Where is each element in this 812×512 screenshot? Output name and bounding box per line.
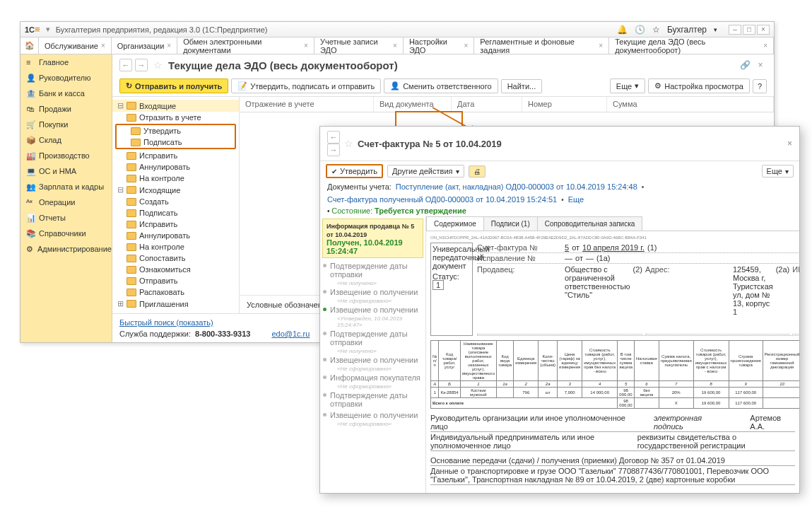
doc-tree-status: «Не сформировано» — [320, 366, 425, 372]
doc-tree-item[interactable]: Подтверждение даты отправки — [320, 260, 425, 280]
tree-outgoing[interactable]: ⊟Исходящие — [112, 184, 239, 196]
maximize-button[interactable]: □ — [743, 25, 755, 35]
link-icon[interactable]: 🔗 — [739, 59, 751, 71]
sidebar-item[interactable]: ⚙Администрирование — [20, 241, 112, 257]
minimize-button[interactable]: – — [729, 25, 741, 35]
back-button[interactable]: ← — [327, 131, 340, 144]
close-icon[interactable]: × — [101, 42, 105, 50]
close-icon[interactable]: × — [304, 42, 308, 50]
grid-col[interactable]: Дата — [452, 97, 522, 112]
grid-col[interactable]: Отражение в учете — [240, 97, 374, 112]
doc-tree-item[interactable]: Подтверждение даты отправки — [320, 328, 425, 348]
tab-4[interactable]: Учетные записи ЭДО× — [314, 37, 404, 54]
forward-button[interactable]: → — [135, 59, 148, 71]
clock-icon[interactable]: 🕓 — [635, 25, 645, 35]
tree-item[interactable]: Отправить — [112, 275, 239, 286]
print-button[interactable]: 🖨 — [469, 165, 486, 178]
sidebar-item[interactable]: 🛍Продажи — [20, 101, 112, 117]
tree-item[interactable]: Сопоставить — [112, 252, 239, 264]
favorite-icon[interactable]: ☆ — [153, 59, 163, 71]
sidebar-item[interactable]: 🛒Покупки — [20, 117, 112, 132]
user-label[interactable]: Бухгалтер — [667, 25, 707, 35]
doc-more-link[interactable]: Еще — [568, 195, 584, 204]
doc-tab-note[interactable]: Сопроводительная записка — [537, 216, 643, 231]
tab-3[interactable]: Обмен электронными документами× — [177, 37, 314, 54]
favorite-icon[interactable]: ☆ — [344, 138, 353, 149]
more-button[interactable]: Еще ▾ — [762, 165, 794, 178]
sidebar-item[interactable]: 🏭Производство — [20, 148, 112, 163]
close-icon[interactable]: × — [599, 42, 603, 50]
other-actions-button[interactable]: Другие действия ▾ — [387, 165, 464, 178]
close-icon[interactable]: × — [393, 42, 397, 50]
close-icon[interactable]: × — [787, 139, 792, 149]
doc-tree-item[interactable]: Подтверждение даты отправки — [320, 390, 425, 409]
doc-link-2[interactable]: Счет-фактура полученный ОД00-000003 от 1… — [327, 195, 557, 204]
tree-item-sign[interactable]: Подписать — [117, 136, 235, 148]
grid-col[interactable]: Номер — [522, 97, 607, 112]
tree-item[interactable]: Подписать — [112, 207, 239, 219]
tree-item[interactable]: Исправить — [112, 150, 239, 161]
send-receive-button[interactable]: ↻ Отправить и получить — [119, 78, 228, 93]
tree-incoming[interactable]: ⊟Входящие — [112, 100, 239, 112]
tree-item[interactable]: Аннулировать — [112, 230, 239, 241]
sidebar-item[interactable]: 💻ОС и НМА — [20, 163, 112, 179]
sidebar-item[interactable]: 📦Склад — [20, 132, 112, 148]
tab-2[interactable]: Организации× — [112, 37, 177, 54]
tree-item[interactable]: ⊞Приглашения — [112, 298, 239, 310]
doc-tree-item[interactable]: Извещение о получении — [320, 286, 425, 298]
help-button[interactable]: ? — [753, 79, 767, 93]
sidebar-item[interactable]: 📊Отчеты — [20, 210, 112, 226]
support-email[interactable]: edo@1c.ru — [271, 330, 310, 338]
tree-item[interactable]: Отразить в учете — [112, 112, 239, 123]
star-icon[interactable]: ☆ — [652, 25, 660, 35]
more-button[interactable]: Еще ▾ — [610, 78, 645, 93]
doc-view[interactable]: ON_NSCHFDOPPR_2AL-41A32067-BC0A-4B38-A45… — [426, 231, 799, 493]
sidebar-item[interactable]: AкОперации — [20, 194, 112, 210]
sidebar-item[interactable]: 👥Зарплата и кадры — [20, 179, 112, 194]
forward-button[interactable]: → — [327, 144, 340, 156]
change-responsible-button[interactable]: 👤 Сменить ответственного — [384, 78, 498, 93]
approve-button[interactable]: ✔ Утвердить — [326, 164, 383, 178]
tree-item[interactable]: Ознакомиться — [112, 264, 239, 275]
close-page-icon[interactable]: × — [754, 59, 767, 71]
close-icon[interactable]: × — [763, 42, 767, 50]
tab-5[interactable]: Настройки ЭДО× — [404, 37, 474, 54]
tree-item[interactable]: На контроле — [112, 241, 239, 252]
doc-tree-item[interactable]: Информация покупателя — [320, 372, 425, 383]
back-button[interactable]: ← — [119, 59, 132, 71]
close-button[interactable]: × — [757, 25, 770, 35]
menu-icon[interactable]: ▾ — [46, 25, 50, 34]
tree-item[interactable]: Аннулировать — [112, 161, 239, 173]
doc-tree-item[interactable]: Извещение о получении — [320, 304, 425, 315]
tab-6[interactable]: Регламентные и фоновые задания× — [474, 37, 609, 54]
sidebar-item[interactable]: ≡Главное — [20, 54, 112, 70]
close-icon[interactable]: × — [464, 42, 468, 50]
doc-tree-item[interactable]: Извещение о получении — [320, 409, 425, 421]
tab-7[interactable]: Текущие дела ЭДО (весь документооборот)× — [609, 37, 774, 54]
close-icon[interactable]: × — [167, 42, 171, 50]
doc-tab-content[interactable]: Содержимое — [426, 216, 484, 231]
doc-tab-signatures[interactable]: Подписи (1) — [483, 216, 538, 231]
tree-item[interactable]: Исправить — [112, 219, 239, 230]
doc-tree-item[interactable]: Извещение о получении — [320, 354, 425, 366]
view-settings-button[interactable]: ⚙ Настройка просмотра — [648, 78, 750, 93]
tree-item[interactable]: На контроле — [112, 173, 239, 184]
chart-icon: 📊 — [26, 214, 35, 222]
doc-link-1[interactable]: Поступление (акт, накладная) ОД00-000003… — [396, 182, 637, 191]
home-tab[interactable]: 🏠 — [20, 37, 39, 54]
tab-1[interactable]: Обслуживание× — [39, 37, 112, 54]
approve-sign-send-button[interactable]: 📝 Утвердить, подписать и отправить — [231, 78, 381, 93]
sidebar-item[interactable]: 📚Справочники — [20, 226, 112, 241]
grid-col[interactable]: Сумма — [607, 97, 774, 112]
tree-item[interactable]: Создать — [112, 196, 239, 207]
quick-search-link[interactable]: Быстрый поиск (показать) — [119, 318, 213, 327]
sidebar-item[interactable]: 🏦Банк и касса — [20, 86, 112, 101]
user-dropdown-icon[interactable]: ▾ — [714, 26, 717, 33]
grid-col[interactable]: Вид документа — [374, 97, 452, 112]
tree-item-approve[interactable]: Утвердить — [117, 125, 235, 136]
tree-item[interactable]: Распаковать — [112, 286, 239, 298]
bell-icon[interactable]: 🔔 — [617, 25, 628, 35]
find-button[interactable]: Найти... — [501, 79, 543, 93]
doc-tree-status: «Не сформировано» — [320, 421, 425, 427]
sidebar-item[interactable]: 👤Руководителю — [20, 70, 112, 86]
